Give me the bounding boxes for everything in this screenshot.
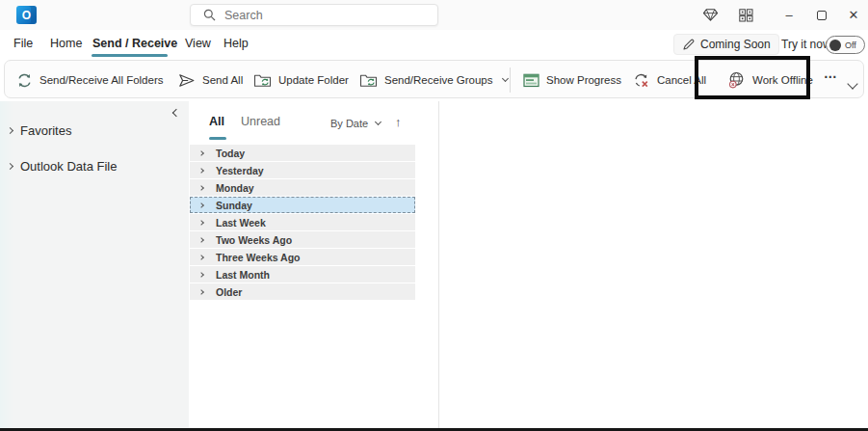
folder-sync-icon — [253, 72, 272, 88]
outlook-logo-icon: O — [16, 6, 37, 24]
group-label: Monday — [216, 182, 254, 194]
more-commands-button[interactable]: ⋯ — [824, 68, 838, 84]
sidebar-item-label: Outlook Data File — [20, 159, 117, 174]
sync-icon — [16, 72, 33, 89]
folder-pane: Favorites Outlook Data File — [0, 101, 189, 428]
globe-offline-icon — [727, 71, 746, 89]
group-row-last-week[interactable]: Last Week — [190, 214, 415, 230]
tab-all[interactable]: All — [209, 115, 224, 128]
button-label: Show Progress — [546, 74, 621, 86]
group-label: Two Weeks Ago — [216, 234, 292, 246]
group-label: Three Weeks Ago — [216, 252, 301, 263]
sort-by-label: By Date — [330, 118, 368, 129]
sidebar-item-favorites[interactable]: Favorites — [8, 123, 71, 138]
sidebar-item-outlook-data-file[interactable]: Outlook Data File — [8, 159, 117, 174]
sort-direction-button[interactable]: ↑ — [395, 115, 402, 129]
collapse-ribbon-chevron-icon[interactable] — [847, 78, 857, 89]
coming-soon-label: Coming Soon — [700, 38, 771, 51]
chevron-right-icon — [198, 220, 204, 226]
button-label: Cancel All — [657, 74, 706, 86]
button-label: Send/Receive Groups — [384, 74, 493, 86]
send-all-button[interactable]: Send All — [178, 65, 243, 95]
group-row-monday[interactable]: Monday — [190, 179, 415, 196]
pen-icon — [682, 39, 695, 51]
chevron-down-icon — [501, 75, 508, 82]
folder-sync-icon — [359, 72, 378, 88]
group-row-three-weeks-ago[interactable]: Three Weeks Ago — [190, 249, 415, 265]
group-row-last-month[interactable]: Last Month — [190, 266, 415, 283]
send-receive-groups-button[interactable]: Send/Receive Groups — [359, 65, 508, 95]
group-label: Yesterday — [216, 165, 264, 176]
reading-pane — [439, 101, 868, 428]
send-receive-all-folders-button[interactable]: Send/Receive All Folders — [16, 65, 163, 95]
search-input[interactable] — [224, 9, 408, 22]
tab-help[interactable]: Help — [224, 37, 249, 50]
group-label: Last Month — [216, 269, 270, 281]
sort-by-dropdown[interactable]: By Date — [330, 118, 381, 129]
update-folder-button[interactable]: Update Folder — [253, 65, 349, 95]
chevron-right-icon — [198, 272, 204, 278]
chevron-left-icon — [172, 109, 180, 117]
minimize-icon[interactable]: – — [776, 3, 802, 27]
chevron-right-icon — [198, 237, 204, 243]
group-label: Last Week — [216, 217, 266, 229]
group-row-today[interactable]: Today — [190, 145, 415, 161]
tab-view[interactable]: View — [185, 37, 211, 50]
ribbon: Send/Receive All Folders Send All Update… — [4, 60, 864, 98]
show-progress-button[interactable]: Show Progress — [523, 65, 621, 95]
button-label: Update Folder — [278, 74, 349, 86]
chevron-right-icon — [198, 185, 204, 191]
try-it-now-label: Try it now — [781, 38, 831, 51]
group-label: Sunday — [216, 200, 252, 211]
tab-home[interactable]: Home — [50, 37, 82, 50]
chevron-right-icon — [7, 163, 13, 170]
group-row-older[interactable]: Older — [190, 283, 415, 300]
chevron-right-icon — [198, 168, 204, 174]
ribbon-tab-bar: File Home Send / Receive View Help Comin… — [0, 30, 868, 60]
toggle-state-label: Off — [845, 40, 856, 50]
cancel-sync-icon — [633, 72, 650, 88]
toggle-knob — [829, 40, 841, 51]
search-icon — [203, 9, 216, 21]
outlook-window: O – — [0, 0, 868, 431]
active-filter-underline — [209, 137, 226, 140]
chevron-right-icon — [198, 202, 204, 208]
ribbon-divider — [510, 67, 511, 93]
button-label: Send All — [202, 74, 243, 86]
coming-soon-toggle[interactable]: Off — [826, 36, 865, 54]
tab-file[interactable]: File — [13, 37, 33, 50]
tab-send-receive[interactable]: Send / Receive — [92, 37, 177, 50]
button-label: Send/Receive All Folders — [39, 74, 163, 86]
collapse-folder-pane-button[interactable] — [170, 106, 183, 120]
layout-grid-icon[interactable] — [732, 3, 759, 27]
chevron-down-icon — [375, 119, 381, 125]
group-label: Today — [216, 148, 245, 159]
cancel-all-button[interactable]: Cancel All — [633, 65, 706, 95]
send-icon — [178, 73, 196, 88]
group-row-sunday[interactable]: Sunday — [190, 197, 415, 213]
message-group-list: Today Yesterday Monday Sunday Last Week … — [190, 145, 417, 301]
titlebar: O – — [0, 0, 868, 30]
chevron-right-icon — [7, 127, 13, 134]
group-label: Older — [216, 286, 242, 298]
button-label: Work Offline — [752, 74, 813, 86]
group-row-yesterday[interactable]: Yesterday — [190, 162, 415, 178]
group-row-two-weeks-ago[interactable]: Two Weeks Ago — [190, 231, 415, 248]
work-offline-button[interactable]: Work Offline — [727, 65, 813, 95]
sidebar-item-label: Favorites — [20, 123, 71, 138]
chevron-right-icon — [198, 255, 204, 260]
message-list-panel: All Unread By Date ↑ Today Yesterday Mon… — [189, 101, 438, 428]
maximize-icon[interactable] — [808, 3, 835, 27]
chevron-right-icon — [198, 289, 204, 295]
chevron-right-icon — [198, 150, 204, 156]
gem-icon[interactable] — [697, 3, 723, 27]
active-tab-underline — [92, 54, 168, 57]
coming-soon-button[interactable]: Coming Soon — [673, 34, 779, 55]
tab-unread[interactable]: Unread — [241, 115, 280, 128]
search-box[interactable] — [190, 4, 438, 26]
close-icon[interactable]: ✕ — [840, 3, 867, 27]
progress-window-icon — [523, 73, 539, 88]
